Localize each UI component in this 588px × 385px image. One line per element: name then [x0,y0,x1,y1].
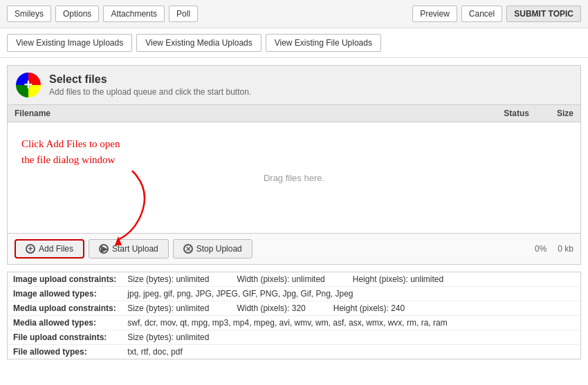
upload-section: Select files Add files to the upload que… [7,65,581,265]
action-bar-left: + Add Files ▶ Start Upload ✕ Stop Upload [15,239,252,259]
constraint-label: Image upload constraints: [8,272,122,287]
attachments-button[interactable]: Attachments [103,6,165,22]
start-upload-button[interactable]: ▶ Start Upload [89,239,169,259]
constraint-value: jpg, jpeg, gif, png, JPG, JPEG, GIF, PNG… [122,287,580,301]
drop-zone: Click Add Files to open the file dialog … [8,122,580,233]
view-media-uploads-button[interactable]: View Existing Media Uploads [136,34,261,52]
file-list-header: Filename Status Size [8,105,580,122]
action-bar: + Add Files ▶ Start Upload ✕ Stop Upload… [8,233,580,264]
constraint-value: Size (bytes): unlimitedWidth (pixels): u… [122,272,580,287]
start-upload-label: Start Upload [112,244,158,254]
constraint-row: File upload constraints:Size (bytes): un… [8,330,580,345]
constraints-data-table: Image upload constraints:Size (bytes): u… [8,272,580,359]
constraint-value: Size (bytes): unlimited [122,330,580,345]
add-files-button[interactable]: + Add Files [15,239,84,259]
constraint-label: Media upload constraints: [8,301,122,316]
filename-column-header: Filename [15,109,50,118]
constraint-row: Media upload constraints:Size (bytes): u… [8,301,580,316]
constraint-value: swf, dcr, mov, qt, mpg, mp3, mp4, mpeg, … [122,316,580,330]
view-file-uploads-button[interactable]: View Existing File Uploads [266,34,381,52]
cancel-button[interactable]: Cancel [461,6,502,22]
constraint-label: Media allowed types: [8,316,122,330]
constraint-row: Media allowed types:swf, dcr, mov, qt, m… [8,316,580,330]
constraint-row: File allowed types:txt, rtf, doc, pdf [8,345,580,359]
submit-topic-button[interactable]: SUBMIT TOPIC [506,6,581,22]
view-image-uploads-button[interactable]: View Existing Image Uploads [7,34,132,52]
preview-button[interactable]: Preview [412,6,457,22]
constraint-value: Size (bytes): unlimitedWidth (pixels): 3… [122,301,580,316]
smileys-button[interactable]: Smileys [7,6,51,22]
action-bar-right: 0% 0 kb [535,244,573,254]
upload-header: Select files Add files to the upload que… [8,66,580,105]
top-toolbar: Smileys Options Attachments Poll Preview… [0,0,588,28]
size-indicator: 0 kb [558,244,573,254]
stop-upload-icon: ✕ [183,244,193,254]
options-button[interactable]: Options [55,6,99,22]
file-list-header-right: Status Size [504,109,573,118]
stop-upload-label: Stop Upload [196,244,242,254]
constraint-row: Image allowed types:jpg, jpeg, gif, png,… [8,287,580,301]
constraint-value: txt, rtf, doc, pdf [122,345,580,359]
drag-hint: Drag files here. [264,173,324,183]
constraint-label: File upload constraints: [8,330,122,345]
toolbar-right: Preview Cancel SUBMIT TOPIC [412,6,581,22]
click-hint: Click Add Files to open the file dialog … [21,136,120,167]
toolbar-left: Smileys Options Attachments Poll [7,6,198,22]
upload-header-text: Select files Add files to the upload que… [49,73,251,97]
upload-subtitle: Add files to the upload queue and click … [49,87,251,97]
constraint-row: Image upload constraints:Size (bytes): u… [8,272,580,287]
stop-upload-button[interactable]: ✕ Stop Upload [173,239,252,259]
upload-icon [16,73,41,97]
size-column-header: Size [557,109,573,118]
status-column-header: Status [504,109,529,118]
poll-button[interactable]: Poll [169,6,198,22]
constraint-label: File allowed types: [8,345,122,359]
progress-indicator: 0% [535,244,546,254]
upload-title: Select files [49,73,251,86]
add-circle-icon: + [26,244,35,254]
constraints-table: Image upload constraints:Size (bytes): u… [7,272,581,359]
constraint-label: Image allowed types: [8,287,122,301]
upload-nav: View Existing Image Uploads View Existin… [0,28,588,58]
add-files-label: Add Files [39,244,73,254]
start-upload-icon: ▶ [99,244,109,254]
